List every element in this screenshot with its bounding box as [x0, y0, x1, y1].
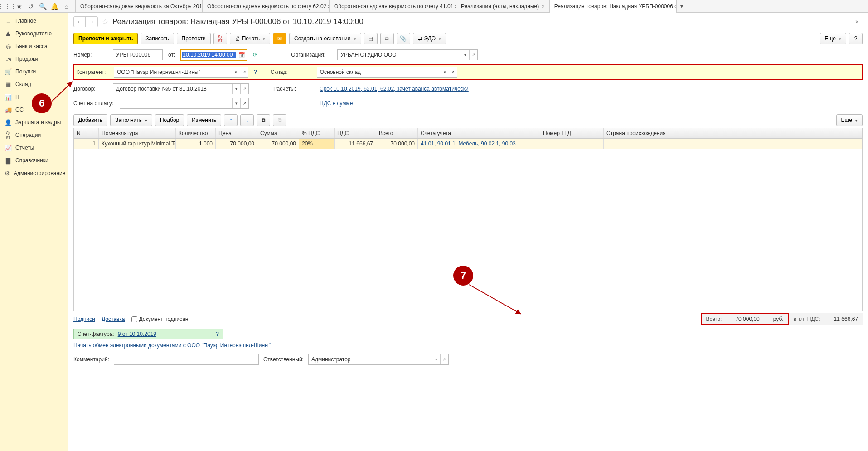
warehouse-field[interactable]: Основной склад▾↗ [317, 67, 457, 78]
edit-button[interactable]: Изменить [187, 114, 221, 126]
open-icon[interactable]: ↗ [449, 67, 457, 77]
back-button[interactable]: ← [74, 17, 86, 27]
sidebar-item-main[interactable]: ≡Главное [0, 15, 68, 27]
warehouse-label: Склад: [271, 69, 311, 75]
number-field[interactable]: УРБП-000006 [113, 49, 163, 60]
create-based-button[interactable]: Создать на основании [289, 33, 361, 44]
tab-overflow-icon[interactable]: ▾ [676, 0, 687, 13]
sidebar-item-purchases[interactable]: 🛒Покупки [0, 65, 68, 78]
search-icon[interactable]: 🔍 [37, 1, 48, 12]
attach-icon[interactable]: 📎 [397, 33, 410, 44]
org-field[interactable]: УРБАН СТУДИО ООО▾↗ [337, 49, 478, 60]
bank-icon: ◎ [5, 43, 12, 50]
chevron-down-icon[interactable]: ▾ [232, 84, 240, 94]
table-row[interactable]: 1 Кухонный гарнитур Minimal Tec... 1,000… [74, 139, 862, 149]
nds-link[interactable]: НДС в сумме [320, 100, 353, 107]
move-up-icon[interactable]: ↑ [224, 114, 238, 126]
gear-icon: ⚙ [5, 170, 10, 177]
copy-icon[interactable]: ⧉ [380, 33, 394, 44]
refresh-icon[interactable]: ⟳ [253, 52, 257, 58]
tab-4[interactable]: Реализация товаров: Накладная УРБП-00000… [549, 0, 676, 13]
col-nom[interactable]: Номенклатура [99, 128, 176, 138]
open-icon[interactable]: ↗ [240, 84, 248, 94]
open-icon[interactable]: ↗ [240, 98, 248, 108]
contragent-field[interactable]: ООО "Пауэр Интернэшнл-Шины"▾↗ [114, 67, 248, 78]
sign-link[interactable]: Подписи [73, 316, 95, 322]
col-acct[interactable]: Счета учета [418, 128, 540, 138]
calc-link[interactable]: Срок 10.10.2019, 62.01, 62.02, зачет ава… [320, 86, 469, 92]
invoice-bar: Счет-фактура: 9 от 10.10.2019 ? [73, 329, 223, 339]
more-button[interactable]: Еще [820, 33, 846, 44]
dt-kt-icon[interactable]: ДтКт [213, 33, 227, 44]
sf-help-icon[interactable]: ? [216, 331, 219, 337]
col-country[interactable]: Страна происхождения [604, 128, 862, 138]
sidebar-item-warehouse[interactable]: ▦Склад [0, 78, 68, 91]
sidebar-item-sales[interactable]: 🛍Продажи [0, 53, 68, 65]
bell-icon[interactable]: 🔔 [49, 1, 60, 12]
copy-row-icon[interactable]: ⧉ [257, 114, 270, 126]
col-sum[interactable]: Сумма [257, 128, 299, 138]
list-icon[interactable]: ▤ [364, 33, 378, 44]
invoice-field[interactable]: ▾↗ [120, 98, 249, 109]
tab-2[interactable]: Оборотно-сальдовая ведомость по счету 41… [329, 0, 456, 13]
star-icon[interactable]: ★ [14, 1, 24, 12]
sidebar-item-refs[interactable]: ▇Справочники [0, 154, 68, 167]
date-field[interactable]: 10.10.2019 14:00:00 📅 [180, 49, 247, 61]
paste-row-icon[interactable]: ⧉ [273, 114, 286, 126]
number-label: Номер: [73, 52, 107, 58]
edo-button[interactable]: ⇄ЭДО [413, 33, 446, 44]
post-button[interactable]: Провести [177, 33, 211, 44]
chevron-down-icon[interactable]: ▾ [232, 98, 240, 108]
sf-link[interactable]: 9 от 10.10.2019 [118, 331, 156, 337]
chevron-down-icon[interactable]: ▾ [461, 50, 469, 60]
tab-1[interactable]: Оборотно-сальдовая ведомость по счету 62… [202, 0, 329, 13]
favorite-icon[interactable]: ☆ [102, 17, 109, 27]
col-qty[interactable]: Количество [176, 128, 216, 138]
apps-icon[interactable]: ⋮⋮⋮ [2, 1, 13, 12]
col-ndsp[interactable]: % НДС [299, 128, 335, 138]
col-nds[interactable]: НДС [335, 128, 376, 138]
open-icon[interactable]: ↗ [469, 50, 477, 60]
contract-field[interactable]: Договор поставки №5 от 31.10.2018▾↗ [113, 83, 249, 94]
move-down-icon[interactable]: ↓ [240, 114, 254, 126]
post-close-button[interactable]: Провести и закрыть [73, 33, 138, 44]
col-gtd[interactable]: Номер ГТД [540, 128, 604, 138]
comment-field[interactable] [114, 354, 259, 365]
select-button[interactable]: Подбор [155, 114, 184, 126]
help-button[interactable]: ? [849, 33, 863, 44]
close-button[interactable]: × [852, 18, 863, 25]
open-icon[interactable]: ↗ [440, 354, 448, 364]
delivery-link[interactable]: Доставка [102, 316, 125, 322]
sidebar-item-bank[interactable]: ◎Банк и касса [0, 40, 68, 53]
add-button[interactable]: Добавить [73, 114, 107, 126]
sidebar-item-operations[interactable]: ДтКтОперации [0, 129, 68, 141]
tab-3[interactable]: Реализация (акты, накладные)× [456, 0, 549, 13]
home-icon[interactable]: ⌂ [61, 1, 72, 12]
sidebar-item-admin[interactable]: ⚙Администрирование [0, 167, 68, 179]
calendar-icon[interactable]: 📅 [237, 52, 247, 58]
doc-signed-checkbox[interactable]: Документ подписан [131, 316, 189, 322]
col-price[interactable]: Цена [216, 128, 257, 138]
col-total[interactable]: Всего [376, 128, 418, 138]
sidebar-item-hr[interactable]: 👤Зарплата и кадры [0, 116, 68, 129]
write-button[interactable]: Записать [141, 33, 174, 44]
chevron-down-icon[interactable]: ▾ [432, 354, 440, 364]
close-icon[interactable]: × [542, 4, 544, 9]
table-more-button[interactable]: Еще [836, 114, 863, 126]
email-icon[interactable]: ✉ [273, 33, 286, 44]
help-icon[interactable]: ? [254, 69, 257, 75]
sidebar-item-reports[interactable]: 📈Отчеты [0, 141, 68, 154]
chevron-down-icon[interactable]: ▾ [232, 67, 240, 77]
acct-link[interactable]: 41.01, 90.01.1, Мебель, 90.02.1, 90.03 [421, 141, 516, 147]
open-icon[interactable]: ↗ [240, 67, 248, 77]
print-button[interactable]: 🖨Печать [230, 33, 270, 44]
sidebar-item-manager[interactable]: ♟Руководителю [0, 27, 68, 40]
col-n[interactable]: N [74, 128, 99, 138]
edo-start-link[interactable]: Начать обмен электронными документами с … [73, 342, 271, 349]
resp-field[interactable]: Администратор▾↗ [308, 354, 449, 365]
forward-button[interactable]: → [86, 17, 97, 27]
chevron-down-icon[interactable]: ▾ [441, 67, 449, 77]
tab-0[interactable]: Оборотно-сальдовая ведомость за Октябрь … [75, 0, 202, 13]
history-icon[interactable]: ↺ [25, 1, 36, 12]
fill-button[interactable]: Заполнить [110, 114, 152, 126]
